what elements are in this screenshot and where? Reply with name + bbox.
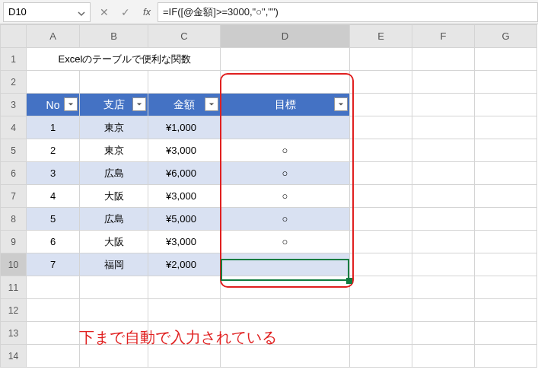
cell[interactable] <box>350 185 412 208</box>
cell-branch[interactable]: 大阪 <box>80 185 148 208</box>
cell-no[interactable]: 3 <box>27 162 80 185</box>
cell[interactable] <box>475 116 537 139</box>
cell[interactable] <box>350 299 412 322</box>
cell[interactable] <box>475 208 537 231</box>
cell[interactable] <box>350 94 412 116</box>
cell[interactable] <box>350 231 412 253</box>
confirm-icon[interactable]: ✓ <box>115 6 136 18</box>
cell[interactable] <box>475 48 537 71</box>
cell[interactable] <box>475 345 537 368</box>
cell[interactable] <box>412 162 475 185</box>
cell[interactable] <box>412 116 475 139</box>
cell[interactable] <box>475 299 537 322</box>
cell[interactable] <box>80 299 148 322</box>
cell[interactable] <box>221 276 350 299</box>
row-header[interactable]: 6 <box>1 162 27 185</box>
cell[interactable] <box>412 345 475 368</box>
table-header-target[interactable]: 目標 <box>221 94 350 116</box>
name-box[interactable]: D10 <box>3 2 91 22</box>
cell[interactable] <box>350 322 412 345</box>
col-header-D[interactable]: D <box>221 25 350 48</box>
cell[interactable] <box>412 299 475 322</box>
cell-branch[interactable]: 大阪 <box>80 231 148 253</box>
cell[interactable] <box>221 345 350 368</box>
cell[interactable] <box>350 162 412 185</box>
formula-input[interactable]: =IF([@金額]>=3000,"○","") <box>158 2 538 22</box>
cell[interactable] <box>27 299 80 322</box>
filter-button[interactable] <box>334 97 348 111</box>
cell[interactable] <box>475 71 537 94</box>
cell[interactable] <box>350 71 412 94</box>
table-header-no[interactable]: No <box>27 94 80 116</box>
cell[interactable] <box>221 48 350 71</box>
cell[interactable] <box>412 71 475 94</box>
spreadsheet-grid[interactable]: A B C D E F G 1 Excelのテーブルで便利な関数 2 3 No … <box>0 24 537 368</box>
row-header[interactable]: 9 <box>1 231 27 253</box>
cell[interactable] <box>350 48 412 71</box>
cell-no[interactable]: 5 <box>27 208 80 231</box>
cell[interactable] <box>475 322 537 345</box>
cell[interactable] <box>412 48 475 71</box>
cell-branch[interactable]: 東京 <box>80 139 148 162</box>
cell[interactable] <box>412 276 475 299</box>
row-header[interactable]: 7 <box>1 185 27 208</box>
cell[interactable] <box>221 299 350 322</box>
cell-target-active[interactable] <box>221 253 350 276</box>
cell[interactable] <box>475 185 537 208</box>
chevron-down-icon[interactable] <box>78 8 85 16</box>
cell[interactable] <box>475 253 537 276</box>
row-header[interactable]: 11 <box>1 276 27 299</box>
cell-target[interactable] <box>221 116 350 139</box>
cell-target[interactable]: ○ <box>221 185 350 208</box>
cell[interactable] <box>27 345 80 368</box>
cell[interactable] <box>412 208 475 231</box>
col-header-F[interactable]: F <box>412 25 475 48</box>
title-cell[interactable]: Excelのテーブルで便利な関数 <box>27 48 221 71</box>
cell[interactable] <box>475 276 537 299</box>
row-header[interactable]: 12 <box>1 299 27 322</box>
cell[interactable] <box>148 299 221 322</box>
cell[interactable] <box>412 322 475 345</box>
cell[interactable] <box>350 253 412 276</box>
col-header-A[interactable]: A <box>27 25 80 48</box>
row-header[interactable]: 14 <box>1 345 27 368</box>
filter-button[interactable] <box>132 97 146 111</box>
filter-button[interactable] <box>205 97 218 111</box>
cell[interactable] <box>412 253 475 276</box>
cell-target[interactable]: ○ <box>221 208 350 231</box>
cell-amount[interactable]: ¥3,000 <box>148 185 221 208</box>
cell[interactable] <box>350 116 412 139</box>
cell-branch[interactable]: 広島 <box>80 162 148 185</box>
cell-no[interactable]: 2 <box>27 139 80 162</box>
cell[interactable] <box>80 345 148 368</box>
cell[interactable] <box>350 139 412 162</box>
cell-target[interactable]: ○ <box>221 139 350 162</box>
row-header[interactable]: 1 <box>1 48 27 71</box>
cell[interactable] <box>27 322 80 345</box>
cancel-icon[interactable]: ✕ <box>94 6 115 18</box>
cell-amount[interactable]: ¥5,000 <box>148 208 221 231</box>
cell[interactable] <box>221 71 350 94</box>
cell[interactable] <box>475 94 537 116</box>
cell[interactable] <box>80 71 148 94</box>
cell[interactable] <box>412 185 475 208</box>
table-header-amount[interactable]: 金額 <box>148 94 221 116</box>
cell-no[interactable]: 6 <box>27 231 80 253</box>
cell-amount[interactable]: ¥2,000 <box>148 253 221 276</box>
cell[interactable] <box>350 276 412 299</box>
cell[interactable] <box>412 139 475 162</box>
cell-amount[interactable]: ¥3,000 <box>148 139 221 162</box>
row-header[interactable]: 13 <box>1 322 27 345</box>
row-header[interactable]: 3 <box>1 94 27 116</box>
cell[interactable] <box>350 208 412 231</box>
filter-button[interactable] <box>64 97 78 111</box>
cell-branch[interactable]: 福岡 <box>80 253 148 276</box>
row-header[interactable]: 4 <box>1 116 27 139</box>
cell[interactable] <box>475 162 537 185</box>
cell-no[interactable]: 1 <box>27 116 80 139</box>
row-header[interactable]: 2 <box>1 71 27 94</box>
fx-icon[interactable]: fx <box>136 6 158 18</box>
cell[interactable] <box>27 71 80 94</box>
col-header-C[interactable]: C <box>148 25 221 48</box>
col-header-E[interactable]: E <box>350 25 412 48</box>
